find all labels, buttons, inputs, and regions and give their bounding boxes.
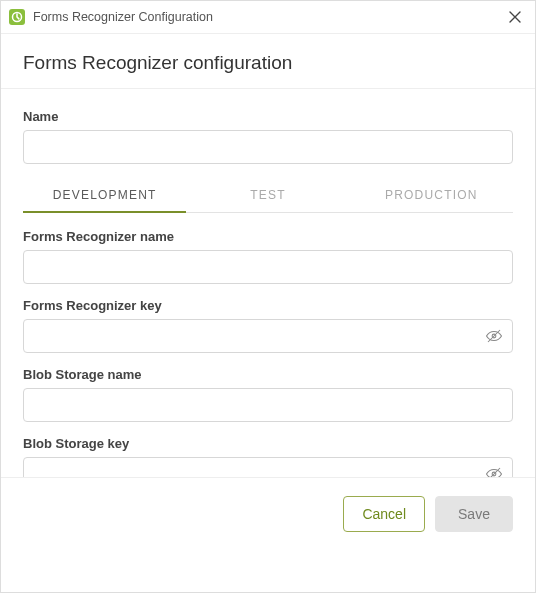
cancel-button[interactable]: Cancel bbox=[343, 496, 425, 532]
tab-production[interactable]: PRODUCTION bbox=[350, 178, 513, 212]
name-label: Name bbox=[23, 109, 513, 124]
blob-key-input[interactable] bbox=[23, 457, 513, 477]
tabs: DEVELOPMENT TEST PRODUCTION bbox=[23, 178, 513, 213]
recognizer-key-field: Forms Recognizer key bbox=[23, 298, 513, 353]
blob-key-field: Blob Storage key bbox=[23, 436, 513, 477]
dialog-header: Forms Recognizer configuration bbox=[1, 34, 535, 88]
page-title: Forms Recognizer configuration bbox=[23, 52, 513, 74]
blob-key-visibility-toggle[interactable] bbox=[481, 461, 507, 477]
recognizer-key-visibility-toggle[interactable] bbox=[481, 323, 507, 349]
app-icon bbox=[9, 9, 25, 25]
blob-name-field: Blob Storage name bbox=[23, 367, 513, 422]
tab-development[interactable]: DEVELOPMENT bbox=[23, 178, 186, 212]
recognizer-name-label: Forms Recognizer name bbox=[23, 229, 513, 244]
blob-name-label: Blob Storage name bbox=[23, 367, 513, 382]
close-button[interactable] bbox=[505, 7, 525, 27]
blob-key-label: Blob Storage key bbox=[23, 436, 513, 451]
dialog-footer: Cancel Save bbox=[1, 477, 535, 592]
tab-test[interactable]: TEST bbox=[186, 178, 349, 212]
save-button[interactable]: Save bbox=[435, 496, 513, 532]
blob-key-input-wrap bbox=[23, 457, 513, 477]
eye-off-icon bbox=[485, 327, 503, 345]
name-input[interactable] bbox=[23, 130, 513, 164]
dialog-content: Name DEVELOPMENT TEST PRODUCTION Forms R… bbox=[1, 89, 535, 477]
titlebar: Forms Recognizer Configuration bbox=[1, 1, 535, 34]
recognizer-key-input[interactable] bbox=[23, 319, 513, 353]
blob-name-input[interactable] bbox=[23, 388, 513, 422]
eye-off-icon bbox=[485, 465, 503, 477]
recognizer-name-field: Forms Recognizer name bbox=[23, 229, 513, 284]
recognizer-key-label: Forms Recognizer key bbox=[23, 298, 513, 313]
name-field: Name bbox=[23, 109, 513, 164]
close-icon bbox=[509, 11, 521, 23]
dialog: Forms Recognizer Configuration Forms Rec… bbox=[0, 0, 536, 593]
recognizer-key-input-wrap bbox=[23, 319, 513, 353]
recognizer-name-input[interactable] bbox=[23, 250, 513, 284]
titlebar-title: Forms Recognizer Configuration bbox=[33, 10, 505, 24]
